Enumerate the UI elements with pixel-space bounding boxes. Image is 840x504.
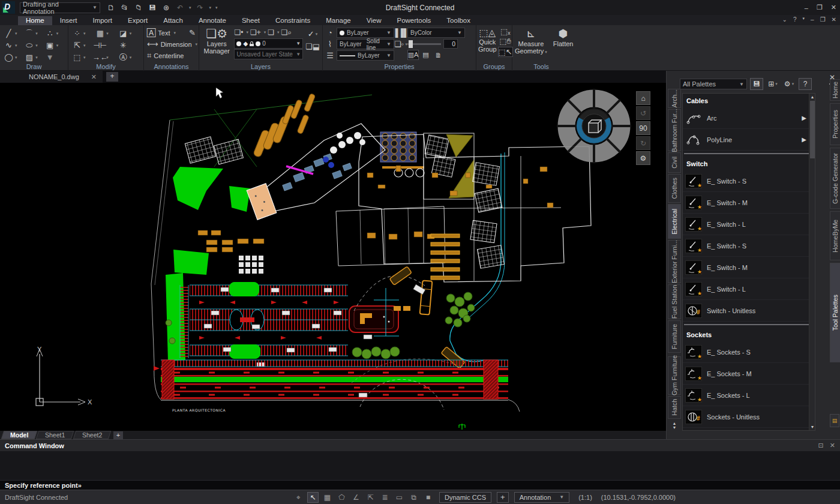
- wheel-settings-button[interactable]: ⚙︎: [636, 151, 650, 165]
- groups-group-label[interactable]: Groups: [476, 63, 512, 70]
- wheel-rotate-ccw-button[interactable]: ↺: [636, 106, 650, 120]
- fill-mode-toggle-icon[interactable]: ■: [422, 492, 434, 503]
- circle-tool-icon[interactable]: ◯: [4, 52, 14, 62]
- text-tool-label[interactable]: Text: [158, 29, 170, 37]
- layers-group-label[interactable]: Layers: [199, 63, 322, 70]
- open-file-icon[interactable]: 📂︎: [120, 3, 130, 13]
- flatten-button[interactable]: ⬢ Flatten: [553, 27, 574, 55]
- tab-manage[interactable]: Manage: [318, 16, 359, 25]
- palette-tab-furniture[interactable]: Furniture: [668, 320, 681, 353]
- palette-tab-electrical[interactable]: Electrical: [668, 204, 681, 239]
- scroll-down-icon[interactable]: ▼: [809, 425, 815, 429]
- measure-geometry-button[interactable]: ⊾ Measure Geometry▾: [515, 27, 547, 55]
- undo-caret-icon[interactable]: ▾: [189, 5, 191, 10]
- flyout-arrow-icon[interactable]: ▶: [802, 115, 806, 121]
- hatch-tool-icon[interactable]: ▨: [24, 52, 34, 62]
- side-tab-properties[interactable]: Properties: [830, 103, 840, 145]
- command-window-float-icon[interactable]: ⊡: [818, 442, 824, 449]
- wheel-rotate-90-button[interactable]: 90: [636, 121, 650, 135]
- command-log[interactable]: [0, 451, 840, 480]
- dynamic-ccs-button[interactable]: Dynamic CCS: [439, 492, 491, 503]
- move-tool-icon[interactable]: ⁘: [72, 28, 82, 38]
- quick-group-button[interactable]: ⬚◬ QuickGroup: [478, 27, 497, 57]
- group-select-icon[interactable]: ⬚↖: [498, 47, 513, 57]
- annotation-visibility-button[interactable]: ▥A: [407, 50, 419, 60]
- modify-group-label[interactable]: Modify: [68, 63, 143, 70]
- help-caret-icon[interactable]: ▾: [803, 16, 805, 23]
- undo-icon[interactable]: ↶: [175, 3, 185, 13]
- palette-item-polyline[interactable]: PolyLine▶: [683, 129, 815, 151]
- hatch-color-icon[interactable]: ▐▐▌: [396, 28, 406, 38]
- help-icon[interactable]: ?: [793, 16, 797, 23]
- palette-item-arc[interactable]: Arc▶: [683, 107, 815, 129]
- gradient-tool-icon[interactable]: ▼: [45, 52, 55, 62]
- import-file-icon[interactable]: 📁︎: [134, 3, 143, 13]
- hatch-color-combo[interactable]: ByColor▼: [407, 28, 465, 38]
- tab-insert[interactable]: Insert: [52, 16, 85, 25]
- tab-attach[interactable]: Attach: [155, 16, 191, 25]
- palette-tab-hatch[interactable]: Hatch: [668, 396, 681, 419]
- pattern-tool-icon[interactable]: ▦: [95, 28, 105, 38]
- share-icon[interactable]: ⊛: [161, 3, 171, 13]
- restore-button[interactable]: ❐: [817, 4, 823, 11]
- side-tab-home[interactable]: Home: [830, 79, 840, 101]
- layer-state-combo[interactable]: Unsaved Layer State ▼: [234, 49, 303, 59]
- entity-track-toggle-icon[interactable]: ≣: [379, 492, 391, 503]
- doc-minimize-icon[interactable]: –: [811, 16, 814, 23]
- doc-restore-icon[interactable]: ❐: [820, 16, 826, 23]
- close-button[interactable]: ✕: [831, 4, 836, 11]
- annotations-group-label[interactable]: Annotations: [144, 63, 199, 70]
- new-document-button[interactable]: +: [106, 72, 118, 82]
- dimension-tool-label[interactable]: Dimension: [161, 41, 192, 48]
- trim-tool-icon[interactable]: ⊣⊢: [95, 40, 105, 50]
- line-weight-combo[interactable]: ByLayer▼: [337, 50, 394, 61]
- line-color-icon[interactable]: ◔: [325, 28, 335, 38]
- erase-tool-icon[interactable]: ◪: [118, 28, 128, 38]
- ungroup-icon[interactable]: ⬚ₓ: [498, 27, 513, 36]
- side-tab-homebyme[interactable]: HomeByMe: [830, 211, 840, 260]
- active-layer-combo[interactable]: ◆ 0 ▼: [234, 38, 303, 49]
- palette-item-e-switch-s[interactable]: ★E_ Switch - S: [683, 235, 815, 257]
- add-sheet-button[interactable]: +: [113, 431, 123, 439]
- layer-preview-icon[interactable]: ❏⌕: [281, 28, 292, 37]
- quick-access-more-icon[interactable]: ▾: [215, 5, 218, 10]
- property-list-button[interactable]: ▤: [420, 50, 431, 60]
- select-filter-toggle-icon[interactable]: ↖: [307, 492, 319, 503]
- layers-manager-button[interactable]: ❏⚙︎ LayersManager: [202, 27, 232, 59]
- redo-caret-icon[interactable]: ▾: [209, 5, 212, 10]
- spline-tool-icon[interactable]: ∿: [4, 40, 14, 50]
- explode-tool-icon[interactable]: ✳: [118, 40, 128, 50]
- line-tool-icon[interactable]: ╱: [4, 28, 14, 38]
- cells-tool-icon[interactable]: ⬚: [72, 52, 82, 62]
- centerline-tool-icon[interactable]: ⌗: [147, 51, 151, 61]
- workspace-selector[interactable]: Drafting and Annotation ▼: [20, 2, 100, 13]
- tab-constraints[interactable]: Constraints: [268, 16, 318, 25]
- selection-preview-toggle-icon[interactable]: ▭: [394, 492, 405, 503]
- palette-tab-bathroom-fur[interactable]: Bathroom Fur...: [668, 109, 681, 151]
- palette-help-icon[interactable]: ?: [799, 78, 812, 90]
- entity-snap-toggle-icon[interactable]: ⇱: [365, 492, 376, 503]
- side-tab-tool-palettes[interactable]: Tool Palettes: [830, 263, 840, 362]
- join-tool-icon[interactable]: →←: [95, 52, 105, 62]
- ribbon-collapse-icon[interactable]: ⌄: [782, 16, 787, 23]
- tab-home[interactable]: Home: [18, 16, 52, 25]
- tab-powertools[interactable]: Powertools: [389, 16, 439, 25]
- text-tool-icon[interactable]: 🄰︎: [147, 28, 155, 38]
- centerline-tool-label[interactable]: Centerline: [154, 52, 184, 59]
- tools-group-label[interactable]: Tools: [512, 63, 570, 70]
- ortho-toggle-icon[interactable]: ⬠: [336, 492, 347, 503]
- point-tool-icon[interactable]: ∴: [45, 28, 55, 38]
- layer-isolate-icon[interactable]: ❏⬓: [305, 42, 320, 51]
- layer-confirm-icon[interactable]: ✓▾: [305, 29, 320, 38]
- tab-sheet[interactable]: Sheet: [234, 16, 268, 25]
- palette-view-icon[interactable]: ⊞▾: [766, 78, 779, 90]
- palette-tab-clothes[interactable]: Clothes: [668, 174, 681, 203]
- tool-palettes-tab-icon[interactable]: ▤: [830, 414, 839, 427]
- tab-export[interactable]: Export: [120, 16, 155, 25]
- palette-tabs-scroll-arrows[interactable]: ▲▼: [668, 421, 681, 430]
- rectangle-tool-icon[interactable]: ▣: [45, 40, 55, 50]
- layer-lock-icon[interactable]: ❏: [268, 28, 274, 37]
- transparency-slider[interactable]: [407, 43, 441, 45]
- sheet-tab-sheet2[interactable]: Sheet2: [73, 431, 111, 439]
- palette-settings-icon[interactable]: ⚙︎▾: [782, 78, 796, 90]
